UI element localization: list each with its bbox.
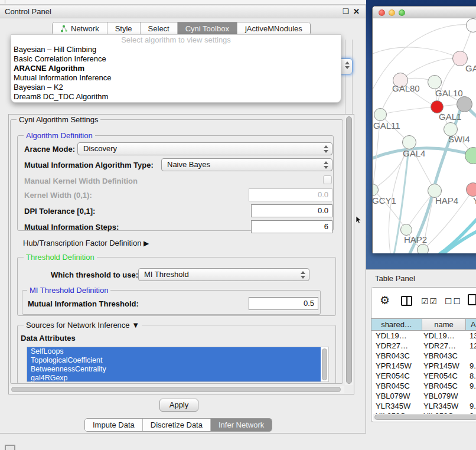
manual-kernel-width-checkbox[interactable] <box>323 175 332 184</box>
tab-select[interactable]: Select <box>140 22 177 35</box>
algorithm-dropdown: Select algorithm to view settings Bayesi… <box>11 34 341 103</box>
select-all-icon[interactable]: ☑☑ <box>421 296 438 306</box>
network-node-gal11[interactable] <box>374 108 387 121</box>
algorithm-option[interactable]: Basic Correlation Inference <box>11 54 341 64</box>
algorithm-option[interactable]: Dream8 DC_TDC Algorithm <box>11 92 341 102</box>
minimize-traffic-light-icon[interactable] <box>389 9 395 16</box>
settings-horizontal-scrollbar[interactable] <box>9 386 344 393</box>
which-threshold-label: Which threshold to use: <box>51 270 138 279</box>
mi-algorithm-type-value: Naive Bayes <box>167 160 210 169</box>
mi-threshold-field[interactable]: 0.5 <box>249 297 318 310</box>
network-view-window: GALGAL80GAL10GAL1GAL11SWI4GAL4GCY1HAP4YH… <box>372 6 476 253</box>
table-row[interactable]: YBR045CYBR045C9. <box>371 381 476 391</box>
columns-icon[interactable] <box>401 296 412 306</box>
network-node-label: HAP2 <box>404 234 427 244</box>
zoom-traffic-light-icon[interactable] <box>399 9 405 16</box>
network-canvas[interactable]: GALGAL80GAL10GAL1GAL11SWI4GAL4GCY1HAP4YH… <box>373 18 476 253</box>
table-row[interactable]: YDR27…YDR27…12 <box>371 341 476 351</box>
network-node-label: GAL1 <box>439 112 461 122</box>
table-panel: ⚙ ☑☑ ☐☐ shared… name A YDL19…YDL19…13YDR… <box>371 287 476 422</box>
mi-steps-label: Mutual Information Steps: <box>24 223 119 231</box>
column-header-clipped[interactable]: A <box>466 319 476 330</box>
which-threshold-combobox[interactable]: MI Threshold <box>138 268 309 281</box>
mi-threshold-label: Mutual Information Threshold: <box>28 299 139 308</box>
hidden-combobox-fragment[interactable] <box>341 58 353 74</box>
table-row[interactable]: YBR043CYBR043C <box>371 351 476 361</box>
table-row[interactable]: YPR145WYPR145W9. <box>371 361 476 371</box>
minimized-panel-icon[interactable] <box>5 445 15 450</box>
mi-steps-field[interactable]: 6 <box>251 220 332 233</box>
network-node-hap2[interactable] <box>400 224 412 236</box>
table-header-row: shared… name A <box>371 318 476 331</box>
tab-network[interactable]: Network <box>53 22 107 35</box>
table-toolbar: ⚙ ☑☑ ☐☐ <box>371 288 476 318</box>
network-node-label: GAL80 <box>392 83 420 93</box>
float-window-icon[interactable]: ❑ <box>343 8 349 15</box>
mi-algorithm-type-combobox[interactable]: Naive Bayes <box>161 158 332 171</box>
threshold-definition-title: Threshold Definition <box>24 253 97 262</box>
network-edge <box>373 47 460 58</box>
dpi-tolerance-field[interactable]: 0.0 <box>251 204 332 217</box>
desktop-background: GALGAL80GAL10GAL1GAL11SWI4GAL4GCY1HAP4YH… <box>366 0 476 269</box>
data-attribute-item[interactable]: gal4RGexp <box>27 374 321 382</box>
network-node-gal10[interactable] <box>428 75 442 89</box>
algorithm-dropdown-list: Bayesian – Hill ClimbingBasic Correlatio… <box>11 45 341 102</box>
network-edge <box>380 107 437 115</box>
table-row[interactable]: YER054CYER054C8. <box>371 371 476 381</box>
kernel-width-field[interactable]: 0.0 <box>249 188 332 201</box>
data-attribute-item[interactable]: BetweennessCentrality <box>27 365 321 374</box>
sources-title[interactable]: Sources for Network Inference ▼ <box>24 321 142 330</box>
close-traffic-light-icon[interactable] <box>379 9 385 16</box>
network-node-label: GCY1 <box>373 195 396 206</box>
settings-vertical-scrollbar[interactable] <box>345 115 353 385</box>
network-node-label: GAL10 <box>435 88 463 98</box>
tab-jactivemnodules[interactable]: jActiveMNodules <box>237 22 310 35</box>
network-node-label: GAL <box>465 63 476 73</box>
tab-cyni-toolbox[interactable]: Cyni Toolbox <box>177 22 237 35</box>
algorithm-option[interactable]: ARACNE Algorithm <box>11 64 341 73</box>
control-panel-window: Control Panel ❑ ✕ Network Style Select C… <box>0 5 366 433</box>
table-horizontal-scrollbar[interactable] <box>373 414 476 420</box>
tab-impute-data[interactable]: Impute Data <box>85 419 142 431</box>
network-window-titlebar[interactable] <box>373 6 476 18</box>
network-node-unnamed-salmon[interactable] <box>466 182 476 197</box>
network-node-unnamed-bottom[interactable] <box>417 244 429 253</box>
apply-button[interactable]: Apply <box>159 399 198 412</box>
data-attribute-item[interactable]: SelfLoops <box>27 347 321 356</box>
column-header-shared-name[interactable]: shared… <box>371 319 422 330</box>
gear-icon[interactable]: ⚙ <box>380 294 390 307</box>
table-row[interactable]: YBL079WYBL079W <box>371 391 476 401</box>
bottom-tabbar: Impute Data Discretize Data Infer Networ… <box>84 418 272 432</box>
table-row[interactable]: YDL19…YDL19…13 <box>371 331 476 341</box>
combobox-spinner-icon <box>345 61 350 70</box>
algorithm-option[interactable]: Bayesian – Hill Climbing <box>11 45 341 54</box>
attributes-list-scrollbar[interactable] <box>322 348 327 380</box>
algorithm-option[interactable]: Bayesian – K2 <box>11 83 341 92</box>
tab-style[interactable]: Style <box>107 22 140 35</box>
mouse-cursor-icon <box>356 216 363 224</box>
mi-threshold-title: MI Threshold Definition <box>27 286 110 295</box>
control-panel-titlebar: Control Panel ❑ ✕ <box>0 5 366 18</box>
table-panel-titlebar: Table Panel <box>366 269 476 287</box>
tab-infer-network[interactable]: Infer Network <box>210 419 272 431</box>
algorithm-option[interactable]: Mutual Information Inference <box>11 73 341 83</box>
network-node-label: GAL11 <box>373 120 400 131</box>
aracne-mode-combobox[interactable]: Discovery <box>77 142 332 155</box>
document-icon[interactable] <box>468 294 476 305</box>
network-node-unnamed-gray[interactable] <box>457 96 472 112</box>
mi-algorithm-type-label: Mutual Information Algorithm Type: <box>24 161 154 169</box>
column-header-name[interactable]: name <box>422 319 466 330</box>
tab-discretize-data[interactable]: Discretize Data <box>142 419 210 431</box>
data-attribute-item[interactable]: TopologicalCoefficient <box>27 356 321 365</box>
control-panel-title: Control Panel <box>5 7 51 16</box>
kernel-width-label: Kernel Width (0,1): <box>24 191 92 200</box>
aracne-mode-value: Discovery <box>83 144 117 153</box>
close-window-icon[interactable]: ✕ <box>353 8 360 15</box>
hub-definition-expander[interactable]: Hub/Transcription Factor Definition ▶ <box>23 239 149 247</box>
deselect-all-icon[interactable]: ☐☐ <box>445 296 462 306</box>
network-node-gal4[interactable] <box>402 135 416 149</box>
expander-right-arrow-icon: ▶ <box>144 239 149 247</box>
dpi-tolerance-label: DPI Tolerance [0,1]: <box>24 207 95 216</box>
table-row[interactable]: YLR345WYLR345W9. <box>371 401 476 411</box>
network-node-top-partial[interactable] <box>466 18 476 32</box>
